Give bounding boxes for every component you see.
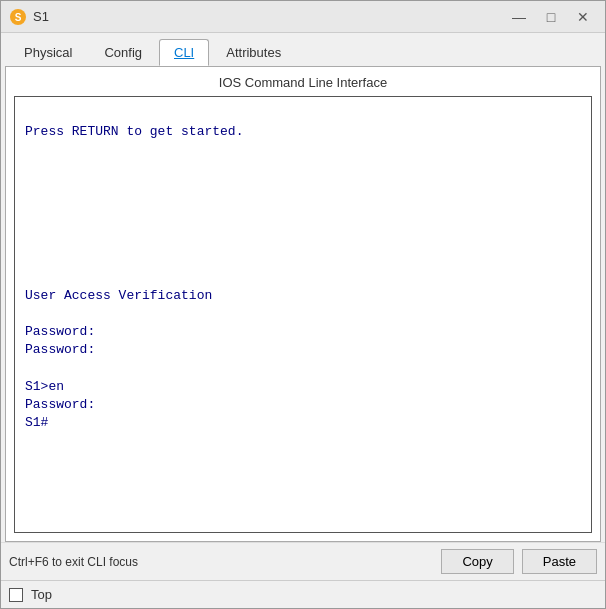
- tab-bar: Physical Config CLI Attributes: [1, 33, 605, 66]
- svg-text:S: S: [15, 12, 22, 23]
- cli-hint: Ctrl+F6 to exit CLI focus: [9, 555, 433, 569]
- tab-physical[interactable]: Physical: [9, 39, 87, 66]
- top-checkbox[interactable]: [9, 588, 23, 602]
- window: S S1 — □ ✕ Physical Config CLI Attribute…: [0, 0, 606, 609]
- bottom-bar: Ctrl+F6 to exit CLI focus Copy Paste: [1, 542, 605, 580]
- cli-section-title: IOS Command Line Interface: [14, 75, 592, 90]
- footer-bar: Top: [1, 580, 605, 608]
- copy-button[interactable]: Copy: [441, 549, 513, 574]
- terminal-wrapper: Press RETURN to get started. User Access…: [14, 96, 592, 533]
- tab-attributes[interactable]: Attributes: [211, 39, 296, 66]
- top-label: Top: [31, 587, 52, 602]
- window-title: S1: [33, 9, 505, 24]
- paste-button[interactable]: Paste: [522, 549, 597, 574]
- title-bar: S S1 — □ ✕: [1, 1, 605, 33]
- minimize-button[interactable]: —: [505, 5, 533, 29]
- window-controls: — □ ✕: [505, 5, 597, 29]
- router-icon: S: [9, 8, 27, 26]
- maximize-button[interactable]: □: [537, 5, 565, 29]
- tab-cli[interactable]: CLI: [159, 39, 209, 66]
- content-area: IOS Command Line Interface Press RETURN …: [5, 66, 601, 542]
- close-button[interactable]: ✕: [569, 5, 597, 29]
- terminal-output[interactable]: Press RETURN to get started. User Access…: [15, 97, 591, 532]
- tab-config[interactable]: Config: [89, 39, 157, 66]
